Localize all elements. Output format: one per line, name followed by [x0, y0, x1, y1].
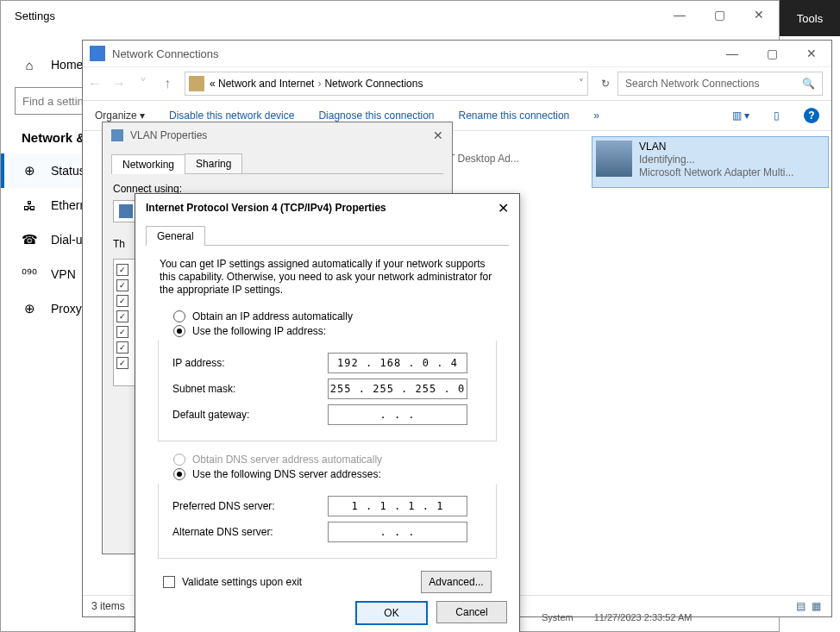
taskbar-fragment: System 11/27/2023 2:33:52 AM	[542, 612, 692, 623]
close-icon[interactable]: ✕	[739, 1, 779, 28]
chevron-down-icon[interactable]: ˅	[579, 78, 584, 90]
search-placeholder: Search Network Connections	[625, 78, 759, 90]
ipv4-titlebar: Internet Protocol Version 4 (TCP/IPv4) P…	[135, 194, 519, 222]
validate-checkbox[interactable]	[163, 576, 175, 588]
refresh-icon[interactable]: ↻	[593, 78, 617, 90]
radio-icon	[173, 325, 185, 337]
nav-recent-icon[interactable]: ˅	[131, 76, 155, 92]
ok-button[interactable]: OK	[355, 601, 428, 625]
adapter-vlan[interactable]: VLAN Identifying... Microsoft Network Ad…	[592, 136, 829, 188]
nc-title-text: Network Connections	[112, 47, 219, 60]
subnet-mask-input[interactable]: 255 . 255 . 255 . 0	[328, 379, 467, 399]
breadcrumb[interactable]: « Network and Internet › Network Connect…	[185, 72, 588, 96]
status-label: Status	[51, 164, 85, 178]
preferred-dns-input[interactable]: 1 . 1 . 1 . 1	[328, 496, 467, 516]
close-icon[interactable]: ✕	[433, 128, 443, 142]
proxy-label: Proxy	[51, 302, 82, 316]
nc-titlebar: Network Connections — ▢ ✕	[83, 41, 831, 67]
dns-fields-group: Preferred DNS server:1 . 1 . 1 . 1 Alter…	[158, 484, 497, 559]
vpn-label: VPN	[51, 267, 76, 281]
adapter-name: VLAN	[639, 141, 793, 153]
radio-icon	[173, 454, 185, 466]
nc-app-icon	[90, 46, 105, 61]
vlan-title-text: VLAN Properties	[130, 129, 207, 141]
dialup-icon: ☎	[22, 232, 37, 247]
nc-address-bar: ← → ˅ ↑ « Network and Internet › Network…	[83, 67, 831, 101]
radio-dns-static[interactable]: Use the following DNS server addresses:	[173, 468, 500, 480]
checkbox-icon[interactable]: ✓	[116, 310, 129, 322]
preview-pane-icon[interactable]: ▯	[774, 110, 780, 122]
status-icon: ⊕	[22, 163, 37, 178]
ip-fields-group: IP address:192 . 168 . 0 . 4 Subnet mask…	[158, 341, 497, 441]
tab-networking[interactable]: Networking	[111, 154, 185, 174]
preferred-dns-label: Preferred DNS server:	[172, 500, 328, 512]
ipv4-footer: Validate settings upon exit Advanced...	[163, 571, 492, 593]
search-input[interactable]: Search Network Connections 🔍	[617, 72, 823, 96]
alternate-dns-label: Alternate DNS server:	[172, 526, 328, 538]
ipv4-description: You can get IP settings assigned automat…	[160, 258, 495, 297]
default-gateway-input[interactable]: . . .	[328, 404, 467, 425]
radio-icon	[173, 310, 185, 322]
settings-titlebar: Settings — ▢ ✕	[1, 1, 779, 30]
diagnose-connection-link[interactable]: Diagnose this connection	[318, 110, 434, 122]
alternate-dns-input[interactable]: . . .	[328, 522, 467, 542]
tools-label: Tools	[797, 12, 823, 25]
adapter-status: Identifying...	[639, 153, 793, 166]
taskbar-extra: System	[542, 612, 574, 623]
minimize-icon[interactable]: —	[712, 40, 752, 67]
radio-ip-auto[interactable]: Obtain an IP address automatically	[173, 310, 500, 322]
crumb-prev: « Network and Internet	[210, 78, 314, 90]
nav-up-icon[interactable]: ↑	[155, 76, 179, 91]
minimize-icon[interactable]: —	[660, 1, 699, 28]
tab-sharing[interactable]: Sharing	[185, 153, 242, 173]
home-label: Home	[51, 58, 83, 72]
close-icon[interactable]: ✕	[792, 40, 831, 67]
adapter-icon	[596, 141, 632, 177]
help-icon[interactable]: ?	[804, 108, 819, 123]
vlan-dialog-icon	[111, 129, 123, 141]
validate-label: Validate settings upon exit	[182, 576, 302, 588]
overflow-chevron-icon[interactable]: »	[593, 110, 599, 122]
ipv4-title-text: Internet Protocol Version 4 (TCP/IPv4) P…	[146, 202, 386, 214]
cancel-button[interactable]: Cancel	[436, 601, 507, 623]
adapter-device: Microsoft Network Adapter Multi...	[639, 166, 793, 179]
checkbox-icon[interactable]: ✓	[116, 341, 129, 354]
maximize-icon[interactable]: ▢	[699, 1, 739, 28]
advanced-button[interactable]: Advanced...	[421, 571, 492, 593]
ipv4-properties-dialog: Internet Protocol Version 4 (TCP/IPv4) P…	[135, 193, 520, 632]
checkbox-icon[interactable]: ✓	[116, 279, 129, 291]
folder-icon	[189, 76, 204, 91]
home-icon: ⌂	[22, 58, 37, 72]
radio-dns-auto: Obtain DNS server address automatically	[173, 454, 500, 466]
radio-label: Use the following IP address:	[192, 325, 326, 337]
ip-address-input[interactable]: 192 . 168 . 0 . 4	[328, 353, 467, 373]
radio-ip-static[interactable]: Use the following IP address:	[173, 325, 500, 337]
organize-menu[interactable]: Organize ▾	[95, 110, 145, 122]
search-icon: 🔍	[802, 78, 815, 90]
checkbox-icon[interactable]: ✓	[116, 357, 129, 369]
view-options-icon[interactable]: ▥ ▾	[732, 110, 749, 122]
close-icon[interactable]: ✕	[498, 200, 509, 216]
crumb-current: Network Connections	[324, 78, 423, 90]
checkbox-icon[interactable]: ✓	[116, 264, 129, 276]
nic-icon	[119, 204, 133, 218]
disable-device-link[interactable]: Disable this network device	[169, 110, 294, 122]
default-gateway-label: Default gateway:	[172, 409, 328, 421]
settings-title-text: Settings	[1, 9, 55, 22]
radio-label: Use the following DNS server addresses:	[192, 468, 381, 480]
radio-label: Obtain DNS server address automatically	[192, 454, 382, 466]
vlan-tabs: Networking Sharing	[111, 153, 443, 174]
taskbar-clock: 11/27/2023 2:33:52 AM	[594, 612, 693, 623]
tab-general[interactable]: General	[146, 226, 205, 246]
item-count: 3 items	[91, 600, 125, 612]
maximize-icon[interactable]: ▢	[752, 40, 792, 67]
checkbox-icon[interactable]: ✓	[116, 295, 129, 307]
nav-back-icon[interactable]: ←	[83, 76, 107, 91]
rename-connection-link[interactable]: Rename this connection	[459, 110, 570, 122]
nav-forward-icon[interactable]: →	[107, 76, 131, 91]
view-mode-icons[interactable]: ▤ ▦	[796, 600, 823, 612]
checkbox-icon[interactable]: ✓	[116, 326, 129, 338]
ip-address-label: IP address:	[172, 357, 328, 369]
proxy-icon: ⊕	[22, 301, 37, 316]
tools-button[interactable]: Tools	[780, 0, 840, 36]
